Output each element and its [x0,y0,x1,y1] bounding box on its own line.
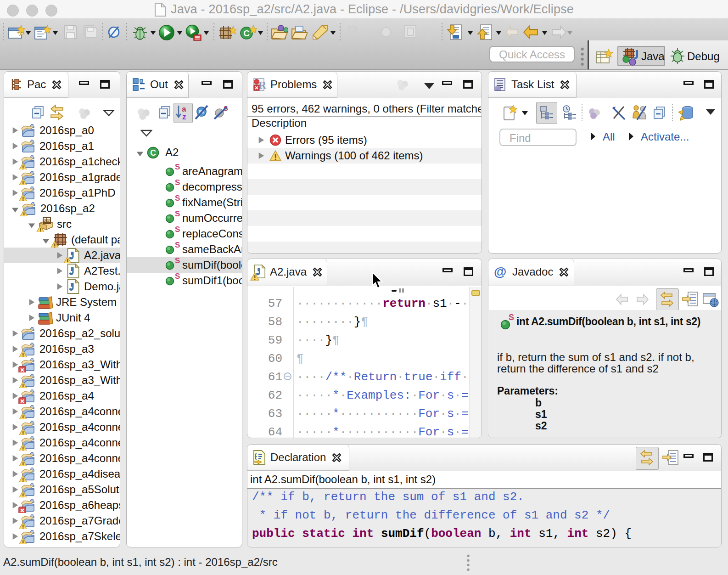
svg-text:C: C [243,28,250,38]
svg-text:z: z [182,113,186,120]
svg-text:R: R [258,79,266,91]
